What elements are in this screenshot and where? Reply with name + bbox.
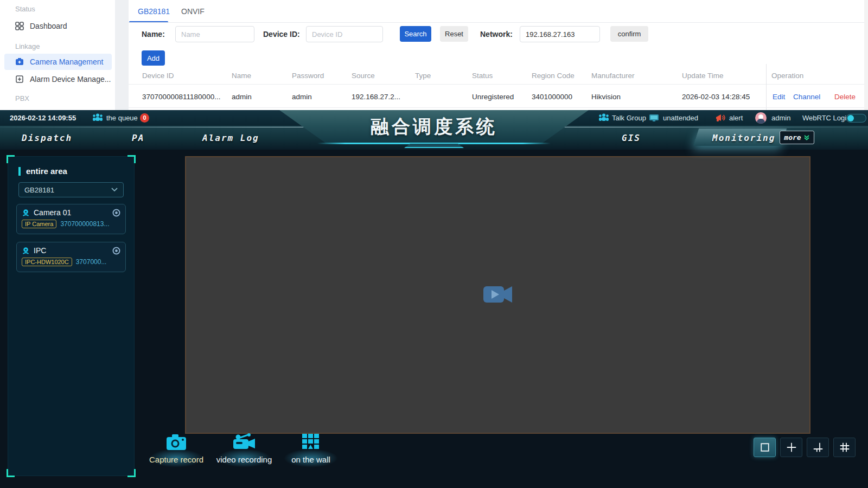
talk-group-label[interactable]: Talk Group xyxy=(612,114,646,122)
quad-view-icon xyxy=(785,441,798,454)
queue-label[interactable]: the queue xyxy=(106,114,138,122)
preview-target-icon[interactable] xyxy=(112,209,120,217)
col-operation: Operation xyxy=(771,72,803,80)
user-avatar[interactable] xyxy=(755,112,767,124)
device-model-badge: IPC-HDW1020C xyxy=(22,258,72,266)
alarm-device-icon xyxy=(15,75,24,84)
video-recording-button[interactable]: video recording xyxy=(209,433,279,464)
on-the-wall-button[interactable]: on the wall xyxy=(276,433,346,464)
cell-name: admin xyxy=(232,93,252,101)
nav-pa[interactable]: PA xyxy=(132,133,144,143)
protocol-select[interactable]: GB28181 xyxy=(18,182,124,197)
video-viewport[interactable] xyxy=(185,156,810,434)
queue-count-badge: 0 xyxy=(140,113,149,123)
six-view-icon xyxy=(812,441,825,454)
webcam-icon xyxy=(22,247,30,255)
tab-gb28181[interactable]: GB28181 xyxy=(138,7,170,16)
operation-column-divider xyxy=(766,64,767,110)
alert-megaphone-icon xyxy=(715,113,726,123)
camera-plus-icon xyxy=(15,57,24,66)
confirm-button[interactable]: confirm xyxy=(610,26,648,42)
sidebar-section-linkage: Linkage xyxy=(15,42,40,50)
unattended-monitor-icon xyxy=(649,114,659,122)
double-chevron-down-icon xyxy=(803,134,810,141)
nav-gis[interactable]: GIS xyxy=(622,133,641,143)
channel-link[interactable]: Channel xyxy=(793,93,820,101)
network-label: Network: xyxy=(480,30,513,38)
reset-button[interactable]: Reset xyxy=(440,26,468,42)
cell-manufacturer: Hikvision xyxy=(591,93,621,101)
system-datetime: 2026-02-12 14:09:55 xyxy=(10,114,76,122)
webcam-icon xyxy=(22,209,30,217)
unattended-label[interactable]: unattended xyxy=(663,114,698,122)
col-manufacturer: Manufacturer xyxy=(591,72,635,80)
protocol-selected-value: GB28181 xyxy=(24,186,54,194)
admin-sidebar: Status Dashboard Linkage Camera Manageme… xyxy=(0,0,115,110)
chevron-down-icon xyxy=(111,188,118,192)
corner-bracket xyxy=(7,155,15,163)
nav-monitoring[interactable]: Monitoring xyxy=(712,133,775,143)
cell-status: Unregistered xyxy=(472,93,514,101)
video-recording-label: video recording xyxy=(209,455,279,464)
corner-bracket xyxy=(127,469,136,477)
nav-dispatch[interactable]: Dispatch xyxy=(22,133,72,143)
cell-password: admin xyxy=(292,93,312,101)
user-name: admin xyxy=(771,114,790,122)
add-button[interactable]: Add xyxy=(142,50,165,66)
corner-bracket xyxy=(127,155,136,163)
screen: Status Dashboard Linkage Camera Manageme… xyxy=(0,0,868,488)
title-accent-bar xyxy=(18,167,21,176)
sidebar-item-label: Camera Management xyxy=(30,57,103,66)
col-source: Source xyxy=(352,72,375,80)
sidebar-item-dashboard[interactable]: Dashboard xyxy=(4,18,112,34)
title-banner: 融合调度系统 xyxy=(279,110,589,143)
sidebar-item-alarm-device-management[interactable]: Alarm Device Manage... xyxy=(4,71,112,87)
device-id-text: 370700000813... xyxy=(60,220,109,228)
device-tree-panel: entire area GB28181 Camera 01 xyxy=(8,156,135,476)
name-label: Name: xyxy=(142,30,165,38)
nav-more-button[interactable]: more xyxy=(780,131,814,144)
vertical-scrollbar[interactable] xyxy=(864,0,868,110)
device-id-text: 3707000... xyxy=(76,258,107,266)
device-model-badge: IP Camera xyxy=(22,220,56,228)
capture-record-button[interactable]: Capture record xyxy=(141,433,212,464)
col-region-code: Region Code xyxy=(532,72,575,80)
network-input[interactable] xyxy=(520,26,600,42)
cell-source: 192.168.27.2... xyxy=(352,93,400,101)
preview-target-icon[interactable] xyxy=(112,247,120,255)
sidebar-item-camera-management[interactable]: Camera Management xyxy=(4,54,112,70)
name-input[interactable] xyxy=(175,26,254,42)
more-label: more xyxy=(784,133,801,142)
device-id-input[interactable] xyxy=(306,26,383,42)
layout-single-button[interactable] xyxy=(754,438,776,457)
device-card-camera01[interactable]: Camera 01 IP Camera 370700000813... xyxy=(16,204,126,234)
webrtc-login-toggle[interactable] xyxy=(846,114,866,123)
delete-link[interactable]: Delete xyxy=(834,93,856,101)
table-row-divider xyxy=(129,107,868,108)
sidebar-section-status: Status xyxy=(15,5,35,13)
camera-admin-window: Status Dashboard Linkage Camera Manageme… xyxy=(0,0,868,110)
tabs-divider xyxy=(129,22,868,23)
single-view-icon xyxy=(758,441,771,454)
layout-six-button[interactable] xyxy=(807,438,829,457)
col-update-time: Update Time xyxy=(682,72,724,80)
edit-link[interactable]: Edit xyxy=(773,93,785,101)
cell-update-time: 2026-02-03 14:28:45 xyxy=(682,93,750,101)
sidebar-section-pbx: PBX xyxy=(15,94,29,102)
tab-onvif[interactable]: ONVIF xyxy=(181,7,205,16)
alert-label[interactable]: alert xyxy=(729,114,743,122)
col-status: Status xyxy=(472,72,493,80)
banner-center-notch xyxy=(404,144,464,148)
on-the-wall-label: on the wall xyxy=(276,455,346,464)
device-card-ipc[interactable]: IPC IPC-HDW1020C 3707000... xyxy=(16,242,126,272)
table-header-divider xyxy=(129,84,868,85)
capture-record-label: Capture record xyxy=(141,455,212,464)
layout-nine-button[interactable] xyxy=(833,438,856,457)
layout-switcher xyxy=(754,438,856,457)
queue-people-icon xyxy=(92,113,103,123)
nav-alarm-log[interactable]: Alarm Log xyxy=(202,133,259,143)
cell-device-id: 370700000811180000... xyxy=(142,93,220,101)
search-button[interactable]: Search xyxy=(400,26,431,42)
nine-view-icon xyxy=(838,441,851,454)
layout-quad-button[interactable] xyxy=(780,438,802,457)
